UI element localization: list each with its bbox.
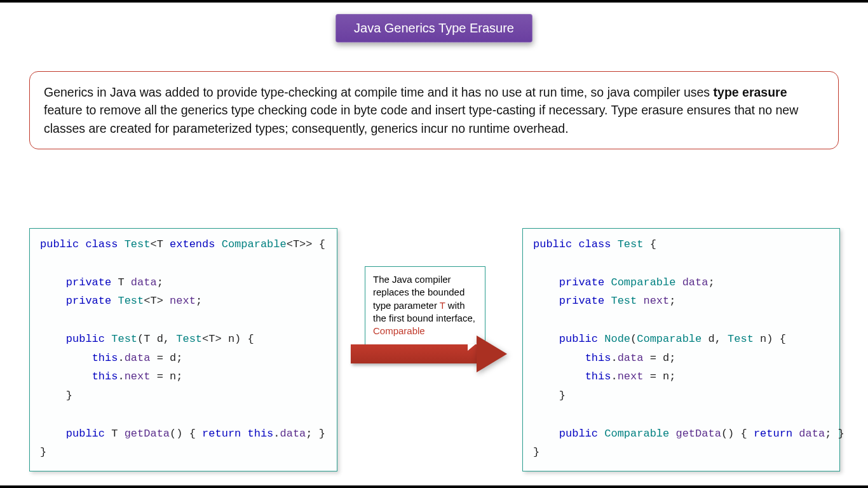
kw: this [248, 428, 274, 440]
member: data [682, 276, 709, 288]
kw: private [559, 295, 604, 307]
kw: public [533, 238, 572, 250]
kw: public [559, 333, 598, 345]
member: data [799, 428, 825, 440]
kw: extends [170, 238, 215, 250]
type: Test [111, 333, 137, 345]
kw: this [585, 370, 611, 383]
member: next [170, 295, 196, 307]
type: Comparable [604, 428, 669, 440]
type: Comparable [637, 333, 702, 345]
member: getData [125, 428, 170, 440]
kw: return [202, 428, 241, 440]
type: Test [125, 238, 151, 250]
type: Test [728, 333, 754, 345]
intro-post: feature to remove all the generics type … [44, 103, 798, 135]
code-after: public class Test { private Comparable d… [522, 228, 840, 471]
code-before: public class Test<T extends Comparable<T… [29, 228, 337, 471]
member: next [643, 295, 669, 307]
intro-bold: type erasure [714, 85, 787, 99]
member: data [131, 276, 157, 288]
type: Test [618, 238, 644, 250]
kw: this [92, 352, 118, 364]
member: next [618, 370, 644, 383]
type: Test [611, 295, 637, 307]
type: Test [176, 333, 202, 345]
callout-comparable: Comparable [373, 325, 425, 336]
kw: public [66, 428, 105, 440]
kw: public [559, 428, 598, 440]
type: Comparable [611, 276, 675, 288]
member: data [125, 352, 151, 364]
member: data [280, 428, 306, 440]
callout-T: T [440, 300, 445, 311]
type: Node [604, 333, 630, 345]
member: getData [675, 428, 721, 440]
kw: return [754, 428, 792, 440]
type: Test [118, 295, 144, 307]
kw: this [585, 352, 611, 364]
kw: class [85, 238, 118, 250]
kw: this [92, 370, 118, 383]
member: data [618, 352, 644, 364]
kw: private [559, 276, 604, 288]
kw: class [578, 238, 611, 250]
intro-pre: Generics in Java was added to provide ty… [44, 85, 714, 99]
kw: public [66, 333, 105, 345]
kw: private [66, 276, 111, 288]
intro-card: Generics in Java was added to provide ty… [29, 71, 839, 149]
type: Comparable [222, 238, 287, 250]
title-banner: Java Generics Type Erasure [336, 14, 532, 43]
callout: The Java compiler replaces the bounded t… [365, 266, 485, 346]
kw: public [40, 238, 79, 250]
arrow-icon [351, 339, 513, 369]
member: next [125, 370, 151, 383]
kw: private [66, 295, 111, 307]
